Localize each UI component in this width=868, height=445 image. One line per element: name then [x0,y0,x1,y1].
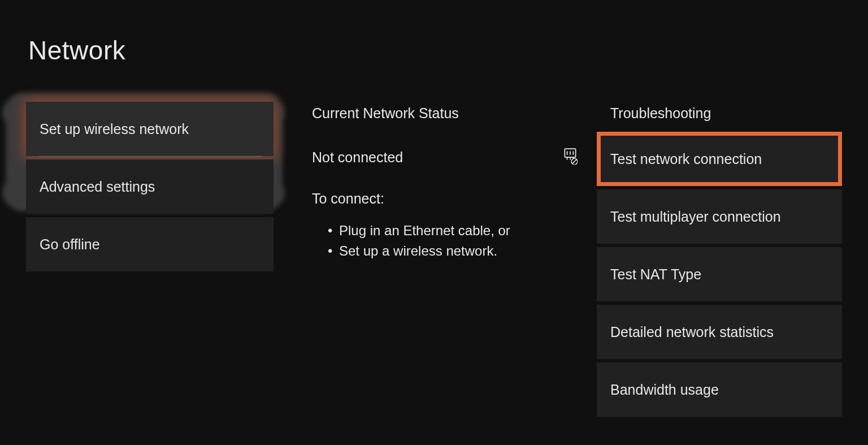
advanced-settings-button[interactable]: Advanced settings [26,159,274,214]
test-multiplayer-connection-label: Test multiplayer connection [610,209,781,225]
status-heading: Current Network Status [312,105,578,122]
network-status-column: Current Network Status Not connected To … [312,105,578,261]
advanced-settings-label: Advanced settings [40,179,155,195]
ethernet-disconnected-icon [563,148,578,165]
test-multiplayer-connection-button[interactable]: Test multiplayer connection [597,189,842,244]
to-connect-heading: To connect: [312,191,578,207]
bandwidth-usage-label: Bandwidth usage [610,382,719,398]
page-title: Network [28,35,125,66]
bandwidth-usage-button[interactable]: Bandwidth usage [597,362,842,417]
detailed-network-statistics-label: Detailed network statistics [610,324,774,340]
test-network-connection-button[interactable]: Test network connection [597,132,842,186]
connect-instructions: Plug in an Ethernet cable, or Set up a w… [312,221,578,261]
detailed-network-statistics-button[interactable]: Detailed network statistics [597,305,842,359]
network-actions-column: Set up wireless network Advanced setting… [0,102,284,275]
connect-bullet-wireless: Set up a wireless network. [339,241,578,261]
go-offline-label: Go offline [40,236,100,253]
go-offline-button[interactable]: Go offline [26,217,274,271]
test-network-connection-label: Test network connection [610,151,762,167]
connect-bullet-ethernet: Plug in an Ethernet cable, or [339,221,578,241]
status-value: Not connected [312,149,403,166]
test-nat-type-label: Test NAT Type [610,266,701,283]
troubleshooting-heading: Troubleshooting [597,105,845,122]
troubleshooting-column: Troubleshooting Test network connection … [597,105,845,420]
test-nat-type-button[interactable]: Test NAT Type [597,247,842,301]
setup-wireless-button[interactable]: Set up wireless network [26,102,274,156]
setup-wireless-label: Set up wireless network [40,121,189,137]
status-row: Not connected [312,149,578,166]
